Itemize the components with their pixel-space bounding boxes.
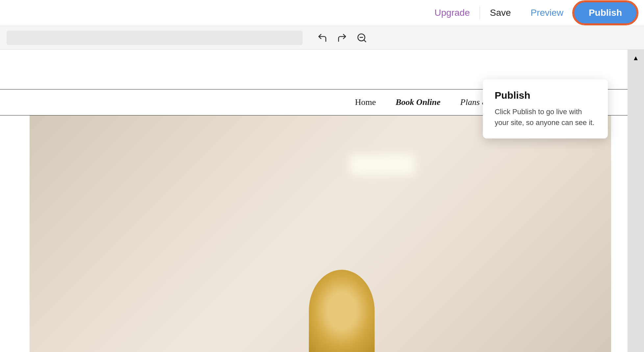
toolbar-icons — [316, 31, 368, 44]
undo-icon — [317, 33, 328, 43]
preview-button[interactable]: Preview — [521, 8, 573, 18]
top-bar-actions: Upgrade Save Preview Publish — [425, 1, 637, 24]
scrollbar-track: ▲ — [628, 50, 644, 352]
scroll-up-button[interactable]: ▲ — [628, 50, 644, 66]
publish-button[interactable]: Publish — [573, 1, 637, 24]
hero-image — [30, 115, 611, 352]
undo-button[interactable] — [316, 31, 329, 44]
toolbar-search-area — [7, 31, 303, 45]
redo-button[interactable] — [335, 31, 349, 44]
chevron-up-icon: ▲ — [632, 54, 639, 62]
zoom-out-button[interactable] — [355, 31, 368, 44]
tooltip-body: Click Publish to go live with your site,… — [495, 106, 596, 128]
hero-person — [309, 270, 375, 352]
tooltip-title: Publish — [495, 90, 596, 101]
redo-icon — [337, 33, 347, 43]
save-button[interactable]: Save — [480, 8, 521, 18]
publish-tooltip: Publish Click Publish to go live with yo… — [483, 79, 608, 138]
upgrade-button[interactable]: Upgrade — [425, 8, 480, 18]
nav-home[interactable]: Home — [355, 97, 376, 107]
nav-book-online[interactable]: Book Online — [396, 97, 441, 107]
canvas-area: ▲ Home Book Online Plans & Pricing Conta… — [0, 50, 644, 352]
svg-line-1 — [364, 40, 366, 42]
zoom-out-icon — [357, 33, 367, 43]
editor-toolbar — [0, 26, 644, 50]
hero-light-effect — [349, 155, 415, 175]
top-bar: Upgrade Save Preview Publish — [0, 0, 644, 26]
